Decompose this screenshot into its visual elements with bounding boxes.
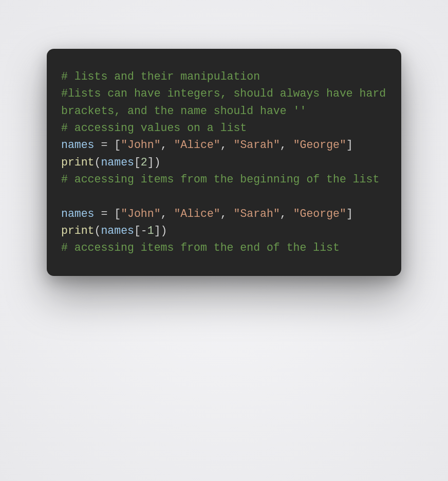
code-token: names	[61, 208, 95, 220]
code-token: print	[61, 225, 95, 237]
code-token: [	[114, 208, 121, 220]
code-token: "John"	[121, 139, 160, 151]
code-token: (	[95, 225, 101, 237]
code-token: (	[95, 156, 101, 169]
code-token: ,	[280, 208, 293, 220]
code-token: names	[101, 225, 134, 237]
code-token: "Sarah"	[234, 208, 280, 220]
code-token: ,	[280, 139, 293, 151]
code-token: ,	[220, 139, 234, 151]
code-token: ,	[161, 139, 174, 151]
code-token: "John"	[121, 208, 160, 220]
code-token: "Sarah"	[234, 139, 280, 151]
code-token: "Alice"	[174, 208, 220, 220]
code-token: ]	[346, 208, 353, 220]
code-token: # accessing items from the end of the li…	[61, 242, 340, 254]
code-token: # accessing items from the beginning of …	[61, 173, 379, 186]
code-token: 1	[147, 225, 154, 237]
code-token: =	[95, 208, 115, 220]
code-token: #lists can have integers, should always …	[61, 87, 393, 117]
code-token: [	[114, 139, 121, 151]
code-token: 2	[141, 156, 147, 169]
code-token: =	[95, 139, 115, 151]
code-token: ])	[147, 156, 161, 169]
code-token: print	[61, 156, 95, 169]
code-token: # lists and their manipulation	[61, 70, 260, 83]
code-token: ,	[220, 208, 234, 220]
code-token: ,	[161, 208, 174, 220]
code-token: ])	[154, 225, 167, 237]
code-token: names	[101, 156, 134, 169]
code-token: [-	[134, 225, 147, 237]
code-snippet-card: # lists and their manipulation #lists ca…	[47, 49, 401, 276]
code-token: names	[61, 139, 95, 151]
code-token: # accessing values on a list	[61, 122, 247, 134]
code-block[interactable]: # lists and their manipulation #lists ca…	[61, 68, 387, 256]
code-token: ]	[346, 139, 353, 151]
code-token: "Alice"	[174, 139, 220, 151]
code-token: "George"	[293, 139, 346, 151]
code-token: "George"	[293, 208, 346, 220]
code-token: [	[134, 156, 141, 169]
